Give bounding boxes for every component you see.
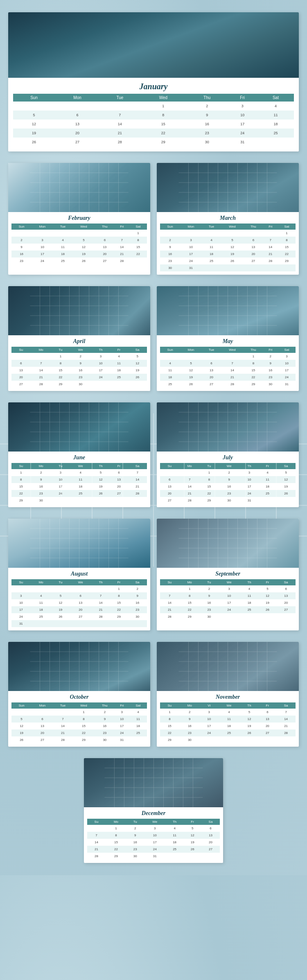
calendar-image	[157, 642, 299, 691]
calendar-image	[157, 402, 299, 452]
calendar-image	[8, 12, 299, 78]
calendar-image	[8, 163, 150, 212]
calendar-image	[84, 758, 223, 807]
calendar-image	[8, 402, 150, 452]
calendar-image	[157, 163, 299, 212]
calendar-image	[8, 642, 150, 691]
calendar-image	[157, 286, 299, 335]
calendar-image	[8, 519, 150, 568]
calendar-page: JanuarySunMonTueWedThuFriSat123456789101…	[8, 12, 299, 863]
calendar-image	[8, 286, 150, 335]
calendar-image	[157, 519, 299, 568]
calendar-card-january: JanuarySunMonTueWedThuFriSat123456789101…	[8, 12, 299, 151]
